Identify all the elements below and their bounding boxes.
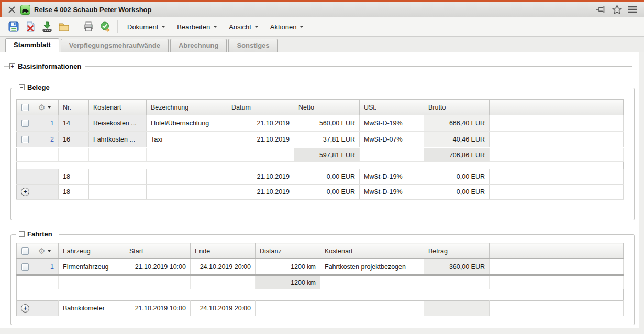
import-button[interactable] (39, 19, 55, 34)
cell-fahrzeug[interactable]: Bahnkilometer (59, 301, 125, 316)
row-number: 1 (34, 115, 59, 132)
cell-kostenart[interactable] (89, 169, 147, 185)
save-button[interactable] (5, 19, 22, 34)
cell-netto[interactable]: 37,81 EUR (294, 132, 360, 148)
cell-netto[interactable]: 0,00 EUR (294, 185, 360, 200)
menu-aktionen[interactable]: Aktionen (264, 20, 310, 34)
grid-settings-button[interactable]: ⚙ (38, 247, 54, 255)
section-belege-label: Belege (27, 83, 50, 91)
cell-ust[interactable]: MwSt-D-07% (360, 132, 424, 148)
cell-fahrzeug[interactable]: Firmenfahrzeug (59, 259, 125, 275)
collapse-fahrten-button[interactable]: − (19, 231, 25, 237)
tab-sonstiges[interactable]: Sonstiges (228, 39, 277, 52)
expand-basisinformationen-button[interactable]: + (9, 63, 15, 69)
cell-kostenart[interactable] (320, 301, 424, 316)
collapse-belege-button[interactable]: − (19, 84, 25, 90)
cell-netto[interactable]: 0,00 EUR (294, 169, 360, 185)
open-folder-button[interactable] (55, 19, 72, 34)
cell-ende[interactable]: 24.10.2019 20:00 (191, 259, 256, 275)
cell-datum[interactable]: 21.10.2019 (227, 169, 294, 185)
menu-dokument-label: Dokument (127, 23, 158, 31)
cell-start[interactable]: 21.10.2019 10:00 (125, 301, 191, 316)
menu-ansicht-label: Ansicht (229, 23, 251, 31)
select-all-checkbox[interactable] (21, 247, 29, 255)
section-fahrten: − Fahrten ⚙ Fahrzeug Start Ende Distan (10, 234, 635, 325)
cell-datum[interactable]: 21.10.2019 (227, 185, 294, 200)
cell-nr: 14 (59, 115, 89, 132)
row-checkbox[interactable] (21, 120, 29, 127)
delete-document-button[interactable] (22, 19, 39, 34)
apply-button[interactable] (97, 19, 114, 34)
pin-button[interactable] (596, 5, 606, 14)
cell-bezeichnung[interactable] (147, 185, 227, 200)
grid-menu-cell: ⚙ (34, 100, 59, 115)
tab-abrechnung[interactable]: Abrechnung (170, 39, 227, 52)
cell-brutto: 0,00 EUR (424, 169, 490, 185)
cell-ust[interactable]: MwSt-D-19% (360, 115, 424, 132)
col-header-datum[interactable]: Datum (227, 100, 294, 115)
cell-start[interactable]: 21.10.2019 10:00 (125, 259, 191, 275)
tab-verpflegungsmehraufwaende[interactable]: Verpflegungsmehraufwände (61, 39, 169, 52)
col-header-kostenart[interactable]: Kostenart (89, 100, 147, 115)
belege-sum-row: 597,81 EUR 706,86 EUR (17, 148, 624, 162)
print-button[interactable] (80, 19, 97, 34)
cell-bezeichnung[interactable]: Taxi (147, 132, 227, 148)
col-header-brutto[interactable]: Brutto (424, 100, 490, 115)
section-fahrten-legend: − Fahrten (16, 230, 59, 238)
row-select-cell (17, 132, 34, 148)
fahrten-table: ⚙ Fahrzeug Start Ende Distanz Kostenart … (16, 243, 624, 316)
cell-bezeichnung[interactable] (147, 169, 227, 185)
cell-nr: 18 (59, 185, 89, 200)
cell-distanz[interactable]: 1200 km (256, 259, 320, 275)
cell-netto[interactable]: 560,00 EUR (294, 115, 360, 132)
cell-empty (490, 115, 624, 132)
cell-empty (490, 132, 624, 148)
cell-distanz[interactable] (256, 301, 320, 316)
folder-icon (58, 21, 70, 33)
col-header-netto[interactable]: Netto (294, 100, 360, 115)
add-row-button[interactable]: + (21, 188, 29, 196)
titlebar: Reise 4 002 Schaub Peter Workshop (0, 2, 644, 17)
cell-datum[interactable]: 21.10.2019 (227, 132, 294, 148)
menu-ansicht[interactable]: Ansicht (223, 20, 264, 34)
tab-stammblatt[interactable]: Stammblatt (5, 38, 59, 52)
cell-datum[interactable]: 21.10.2019 (227, 115, 294, 132)
grid-settings-button[interactable]: ⚙ (38, 103, 54, 111)
beleg-row: 1 14 Reisekosten ... Hotel/Übernachtung … (17, 115, 624, 132)
cell-betrag: 360,00 EUR (424, 259, 490, 275)
cell-nr: 18 (59, 169, 89, 185)
cell-bezeichnung[interactable]: Hotel/Übernachtung (147, 115, 227, 132)
col-header-kostenart[interactable]: Kostenart (320, 243, 424, 259)
col-header-ende[interactable]: Ende (191, 243, 256, 259)
menu-dokument[interactable]: Dokument (121, 20, 171, 34)
travel-document-icon (20, 5, 30, 15)
beleg-new-row: + 18 21.10.2019 0,00 EUR MwSt-D-19% 0,00… (17, 185, 624, 200)
col-header-start[interactable]: Start (125, 243, 191, 259)
cell-kostenart[interactable]: Fahrtkosten ... (89, 132, 147, 148)
cell-kostenart[interactable] (89, 185, 147, 200)
col-header-ust[interactable]: USt. (360, 100, 424, 115)
window-menu-button[interactable] (628, 6, 638, 13)
row-checkbox[interactable] (21, 136, 29, 143)
select-all-checkbox[interactable] (21, 104, 29, 111)
col-header-fahrzeug[interactable]: Fahrzeug (59, 243, 125, 259)
add-row-button[interactable]: + (21, 304, 29, 313)
col-header-bezeichnung[interactable]: Bezeichnung (147, 100, 227, 115)
col-header-nr[interactable]: Nr. (59, 100, 89, 115)
cell-ende[interactable]: 24.10.2019 20:00 (191, 301, 256, 316)
spacer-row (17, 162, 624, 169)
chevron-down-icon (254, 26, 259, 28)
favorite-button[interactable] (612, 5, 622, 14)
cell-ust[interactable]: MwSt-D-19% (360, 169, 424, 185)
close-button[interactable] (6, 4, 17, 15)
toolbar-separator (117, 20, 118, 33)
col-header-distanz[interactable]: Distanz (256, 243, 320, 259)
section-fahrten-label: Fahrten (27, 230, 52, 238)
col-header-betrag[interactable]: Betrag (424, 243, 490, 259)
cell-kostenart[interactable]: Fahrtkosten projektbezogen (320, 259, 424, 275)
new-row-lead-cell (17, 169, 59, 185)
cell-ust[interactable]: MwSt-D-19% (360, 185, 424, 200)
menu-bearbeiten[interactable]: Bearbeiten (171, 20, 223, 34)
row-checkbox[interactable] (21, 263, 29, 271)
cell-kostenart[interactable]: Reisekosten ... (89, 115, 147, 132)
